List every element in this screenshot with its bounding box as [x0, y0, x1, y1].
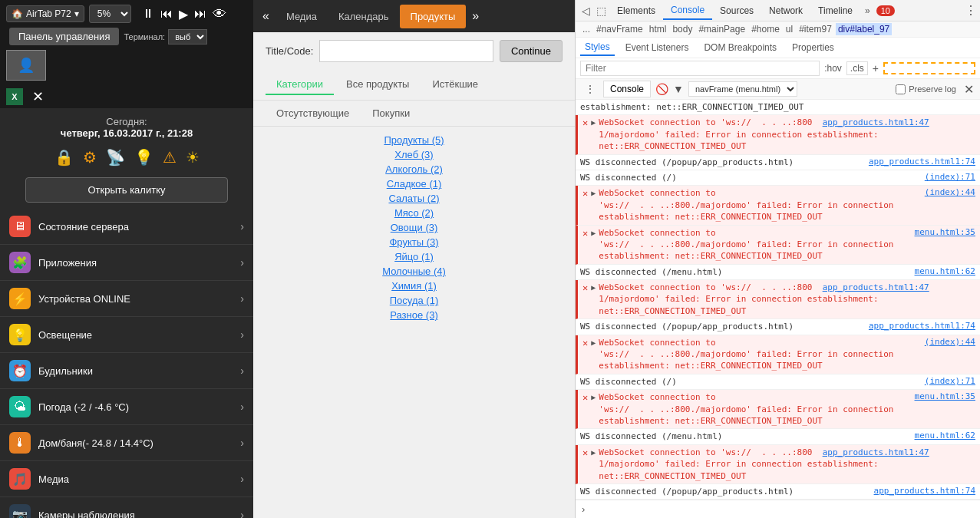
log-source-link[interactable]: (index):44	[925, 187, 975, 197]
devtools-back-icon[interactable]: ◁	[579, 3, 593, 18]
breadcrumb-body[interactable]: body	[670, 23, 695, 35]
sidebar-item-media[interactable]: 🎵 Медиа ›	[0, 461, 253, 497]
product-link-9[interactable]: Молочные (4)	[266, 264, 563, 279]
tab-styles[interactable]: Styles	[580, 39, 615, 56]
log-source-link[interactable]: menu.html:62	[915, 431, 975, 440]
tab-sources[interactable]: Sources	[712, 2, 761, 19]
console-settings-icon[interactable]: ⋮	[582, 81, 599, 97]
product-link-1[interactable]: Хлеб (3)	[266, 147, 563, 162]
settings-icon[interactable]: ⚙	[83, 148, 97, 167]
tab-purchases[interactable]: Покупки	[361, 104, 421, 123]
expand-arrow-icon[interactable]: ▶	[591, 338, 596, 347]
console-source-select[interactable]: navFrame (menu.html)	[688, 81, 797, 97]
percent-select[interactable]: 5% 10%	[89, 5, 131, 23]
console-log-area[interactable]: establishment: net::ERR_CONNECTION_TIMED…	[576, 100, 980, 500]
expand-arrow-icon[interactable]: ▶	[591, 448, 596, 457]
expand-arrow-icon[interactable]: ▶	[591, 393, 596, 401]
expand-arrow-icon[interactable]: ▶	[591, 229, 596, 237]
tab-dom-breakpoints[interactable]: DOM Breakpoints	[699, 40, 781, 55]
breadcrumb-home[interactable]: #home	[749, 23, 782, 35]
breadcrumb-ellipsis[interactable]: ...	[580, 23, 592, 35]
devtools-kebab-menu[interactable]: ⋮	[965, 3, 977, 18]
log-source-link[interactable]: menu.html:35	[915, 227, 975, 237]
breadcrumb-mainpage[interactable]: #mainPage	[696, 23, 747, 35]
product-link-5[interactable]: Мясо (2)	[266, 206, 563, 220]
filter-input[interactable]	[580, 61, 820, 76]
sidebar-item-alarms[interactable]: ⏰ Будильники ›	[0, 353, 253, 389]
tab-all-products[interactable]: Все продукты	[335, 74, 420, 95]
sidebar-item-cameras[interactable]: 📷 Камеры наблюдения ›	[0, 497, 253, 518]
sidebar-item-devices-online[interactable]: ⚡ Устройства ONLINE ›	[0, 281, 253, 317]
eye-button[interactable]: 👁	[213, 6, 226, 22]
tab-properties[interactable]: Properties	[787, 40, 839, 55]
tab-timeline[interactable]: Timeline	[810, 2, 860, 19]
breadcrumb-html[interactable]: html	[647, 23, 669, 35]
filter-add-button[interactable]: +	[873, 62, 879, 74]
tab-media[interactable]: Медиа	[276, 5, 328, 28]
tab-missing[interactable]: Отсутствующие	[266, 104, 360, 123]
expand-arrow-icon[interactable]: ▶	[591, 189, 596, 197]
devtools-more-btn[interactable]: »	[860, 2, 875, 19]
product-link-12[interactable]: Разное (3)	[266, 308, 563, 322]
filter-cls-button[interactable]: .cls	[846, 61, 868, 75]
product-link-6[interactable]: Овощи (3)	[266, 220, 563, 235]
breadcrumb-ul[interactable]: ul	[784, 23, 795, 35]
device-select[interactable]: 🏠 AirTab P72 ▾	[6, 5, 84, 22]
log-source-link[interactable]: menu.html:35	[915, 391, 975, 401]
log-source-link[interactable]: (index):44	[925, 337, 975, 347]
expand-arrow-icon[interactable]: ▶	[591, 118, 596, 127]
product-link-3[interactable]: Сладкое (1)	[266, 177, 563, 191]
close-button[interactable]: ✕	[32, 88, 44, 105]
play-button[interactable]: ▶	[179, 7, 188, 21]
devtools-inspect-icon[interactable]: ⬚	[593, 3, 609, 18]
log-source-link[interactable]: app_products.html1:47	[823, 447, 929, 457]
continue-button[interactable]: Continue	[500, 40, 563, 62]
log-source-link[interactable]: (index):71	[925, 376, 975, 386]
breadcrumb-navframe[interactable]: #navFrame	[594, 23, 645, 35]
tab-products[interactable]: Продукты	[400, 5, 467, 28]
product-link-8[interactable]: Яйцо (1)	[266, 249, 563, 264]
breadcrumb-item97[interactable]: #item97	[797, 23, 834, 35]
log-source-link[interactable]: app_products.html1:74	[869, 157, 975, 167]
sidebar-item-weather[interactable]: 🌤 Погода (-2 / -4.6 °С) ›	[0, 389, 253, 425]
product-link-11[interactable]: Посуда (1)	[266, 293, 563, 308]
product-link-10[interactable]: Химия (1)	[266, 279, 563, 293]
product-link-7[interactable]: Фрукты (3)	[266, 235, 563, 249]
tab-console[interactable]: Console	[663, 2, 712, 20]
preserve-log-checkbox[interactable]	[896, 84, 906, 94]
console-input[interactable]	[589, 504, 974, 515]
tab-elements[interactable]: Elements	[609, 2, 663, 19]
log-source-link[interactable]: (index):71	[925, 172, 975, 182]
tab-categories[interactable]: Категории	[266, 74, 334, 95]
console-close-button[interactable]: ✕	[964, 82, 974, 97]
nav-prev-button[interactable]: «	[256, 6, 276, 26]
product-link-4[interactable]: Салаты (2)	[266, 191, 563, 206]
sidebar-item-lighting[interactable]: 💡 Освещение ›	[0, 317, 253, 353]
bulb-icon[interactable]: 💡	[134, 148, 153, 167]
log-source-link[interactable]: app_products.html1:47	[823, 117, 929, 127]
tab-expired[interactable]: Истёкшие	[421, 74, 489, 95]
log-source-link[interactable]: app_products.html1:74	[869, 321, 975, 331]
breadcrumb-div-label97[interactable]: div#label_97	[836, 23, 892, 35]
log-source-link[interactable]: menu.html:62	[915, 266, 975, 276]
prev-track-button[interactable]: ⏮	[160, 7, 173, 21]
terminal-select[interactable]: выб	[168, 29, 207, 45]
log-source-link[interactable]: app_products.html1:47	[823, 282, 929, 292]
tab-network[interactable]: Network	[761, 2, 810, 19]
sidebar-item-server-status[interactable]: 🖥 Состояние сервера ›	[0, 209, 253, 245]
pause-button[interactable]: ⏸	[142, 7, 154, 21]
title-code-input[interactable]	[319, 40, 493, 62]
sidebar-item-home-bath[interactable]: 🌡 Дом/баня(- 24.8 / 14.4°C) ›	[0, 425, 253, 461]
log-source-link[interactable]: app_products.html:74	[874, 486, 975, 496]
console-clear-button[interactable]: 🚫	[655, 83, 668, 95]
sidebar-item-apps[interactable]: 🧩 Приложения ›	[0, 245, 253, 281]
next-track-button[interactable]: ⏭	[194, 7, 206, 21]
tab-event-listeners[interactable]: Event Listeners	[621, 40, 694, 55]
nav-next-button[interactable]: »	[466, 6, 485, 26]
console-filter-button[interactable]: ▼	[673, 83, 684, 95]
tab-calendar[interactable]: Календарь	[328, 5, 400, 28]
open-gate-button[interactable]: Открыть калитку	[25, 177, 228, 203]
console-tab-button[interactable]: Console	[603, 81, 651, 97]
product-link-0[interactable]: Продукты (5)	[266, 133, 563, 147]
expand-arrow-icon[interactable]: ▶	[591, 283, 596, 292]
